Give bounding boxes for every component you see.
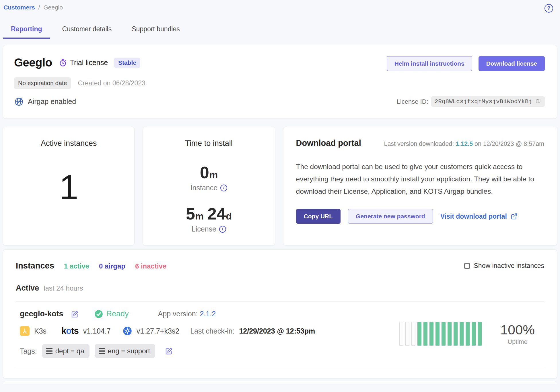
active-instances-value: 1 bbox=[59, 167, 78, 207]
license-summary-card: Geeglo Trial license Stable bbox=[3, 45, 557, 119]
tab-bar: Reporting Customer details Support bundl… bbox=[3, 25, 557, 39]
uptime-bar bbox=[466, 322, 470, 346]
time-to-install-title: Time to install bbox=[185, 139, 233, 148]
license-id-row: License ID: 2Rq8WLcsjfxqrMysjvB1WodYkBj bbox=[397, 96, 545, 107]
license-id-label: License ID: bbox=[397, 98, 428, 105]
uptime-bar bbox=[442, 322, 446, 346]
active-section-sublabel: last 24 hours bbox=[44, 284, 83, 292]
license-install-time: 5m 24d bbox=[186, 204, 232, 223]
instances-card: Instances 1 active 0 airgap 6 inactive S… bbox=[3, 249, 557, 379]
copy-icon[interactable] bbox=[535, 99, 541, 105]
active-count[interactable]: 1 active bbox=[64, 262, 89, 270]
license-id-pill: 2Rq8WLcsjfxqrMysjvB1WodYkBj bbox=[431, 96, 545, 107]
app-version-link[interactable]: 2.1.2 bbox=[200, 310, 216, 318]
instance-time-label: Instance bbox=[190, 184, 218, 192]
tag-pill[interactable]: eng = support bbox=[95, 344, 155, 358]
help-icon[interactable]: ? bbox=[545, 4, 553, 13]
uptime-bar bbox=[423, 322, 427, 346]
download-portal-card: Download portal Last version downloaded:… bbox=[283, 127, 557, 246]
instance-row: geeglo-kots bbox=[16, 301, 544, 366]
next-card-top-edge bbox=[3, 381, 557, 384]
uptime-bar bbox=[460, 322, 464, 346]
created-date: Created on 06/28/2023 bbox=[78, 79, 145, 87]
uptime-label: Uptime bbox=[499, 338, 536, 346]
tag-icon bbox=[99, 348, 105, 354]
instance-install-time: 0m bbox=[190, 163, 228, 182]
instance-status: Ready bbox=[94, 309, 129, 318]
channel-badge: Stable bbox=[114, 58, 140, 68]
tab-support-bundles[interactable]: Support bundles bbox=[132, 25, 180, 39]
generate-new-password-button[interactable]: Generate new password bbox=[348, 209, 433, 224]
visit-download-portal-link[interactable]: Visit download portal bbox=[440, 213, 518, 220]
top-bar: Customers / Geeglo ? bbox=[3, 4, 557, 13]
tab-customer-details[interactable]: Customer details bbox=[62, 25, 112, 39]
inactive-count[interactable]: 6 inactive bbox=[135, 262, 166, 270]
license-time-label: License bbox=[192, 225, 216, 233]
airgap-label: Airgap enabled bbox=[28, 97, 76, 106]
license-time-info-icon[interactable]: i bbox=[219, 226, 226, 233]
uptime-bar bbox=[411, 322, 415, 346]
tab-reporting[interactable]: Reporting bbox=[11, 25, 42, 39]
expiration-badge: No expiration date bbox=[14, 77, 71, 89]
edit-instance-name-icon[interactable] bbox=[71, 310, 79, 318]
instances-title: Instances bbox=[16, 261, 54, 271]
breadcrumb: Customers / Geeglo bbox=[3, 4, 63, 11]
license-type: Trial license bbox=[59, 58, 108, 67]
breadcrumb-current: Geeglo bbox=[43, 4, 63, 11]
kots-logo: kots bbox=[61, 326, 79, 336]
globe-slash-icon bbox=[14, 97, 24, 107]
download-portal-description: The download portal can be used to give … bbox=[296, 160, 544, 197]
last-checkin-label: Last check-in: bbox=[190, 327, 234, 335]
uptime-bar bbox=[454, 322, 458, 346]
uptime-value: 100% bbox=[499, 322, 536, 338]
tag-icon bbox=[46, 348, 52, 354]
tag-pill[interactable]: dept = qa bbox=[42, 344, 90, 358]
airgap-count[interactable]: 0 airgap bbox=[99, 262, 125, 270]
ready-check-icon bbox=[94, 310, 103, 318]
show-inactive-checkbox[interactable] bbox=[464, 263, 470, 269]
uptime-bar bbox=[472, 322, 476, 346]
license-id-value: 2Rq8WLcsjfxqrMysjvB1WodYkBj bbox=[435, 98, 532, 105]
k3s-icon bbox=[20, 326, 30, 336]
uptime-bar bbox=[478, 322, 482, 346]
copy-url-button[interactable]: Copy URL bbox=[296, 209, 341, 224]
uptime-bar bbox=[448, 322, 452, 346]
last-version-downloaded: Last version downloaded: 1.12.5 on 12/20… bbox=[384, 140, 544, 148]
time-to-install-card: Time to install 0m Instance i 5m 24d Lic… bbox=[143, 127, 275, 246]
app-version: App version: 2.1.2 bbox=[158, 310, 216, 318]
active-section-label: Active bbox=[16, 284, 39, 293]
download-license-button[interactable]: Download license bbox=[479, 56, 545, 71]
uptime-bar bbox=[405, 322, 409, 346]
helm-install-instructions-button[interactable]: Helm install instructions bbox=[387, 56, 472, 71]
kots-version: v1.104.7 bbox=[83, 327, 111, 335]
download-portal-title: Download portal bbox=[296, 138, 361, 148]
uptime-bars bbox=[399, 322, 482, 346]
uptime-stat: 100% Uptime bbox=[499, 322, 536, 346]
k8s-version: v1.27.7+k3s2 bbox=[137, 327, 179, 335]
show-inactive-label: Show inactive instances bbox=[474, 262, 544, 270]
instance-time-info-icon[interactable]: i bbox=[220, 185, 227, 191]
breadcrumb-separator: / bbox=[38, 4, 40, 11]
external-link-icon bbox=[510, 213, 518, 220]
kubernetes-icon bbox=[123, 326, 132, 336]
uptime-bar bbox=[429, 322, 433, 346]
active-instances-title: Active instances bbox=[41, 139, 97, 148]
uptime-bar bbox=[417, 322, 421, 346]
stats-row: Active instances 1 Time to install 0m In… bbox=[3, 127, 557, 241]
breadcrumb-customers-link[interactable]: Customers bbox=[3, 4, 35, 11]
uptime-bar bbox=[399, 322, 403, 346]
last-version-link[interactable]: 1.12.5 bbox=[456, 140, 473, 147]
active-instances-card: Active instances 1 bbox=[3, 127, 135, 246]
airgap-status: Airgap enabled bbox=[14, 97, 76, 107]
instance-name: geeglo-kots bbox=[20, 309, 63, 318]
tags-label: Tags: bbox=[20, 347, 37, 355]
instance-status-label: Ready bbox=[106, 309, 129, 318]
uptime-bar bbox=[435, 322, 440, 346]
distro-label: K3s bbox=[34, 327, 46, 335]
license-type-label: Trial license bbox=[70, 58, 108, 67]
show-inactive-toggle[interactable]: Show inactive instances bbox=[464, 262, 544, 270]
last-checkin-value: 12/29/2023 @ 12:53pm bbox=[239, 327, 315, 335]
customer-name: Geeglo bbox=[14, 56, 52, 69]
edit-tags-icon[interactable] bbox=[165, 347, 173, 355]
stopwatch-icon bbox=[59, 58, 67, 67]
